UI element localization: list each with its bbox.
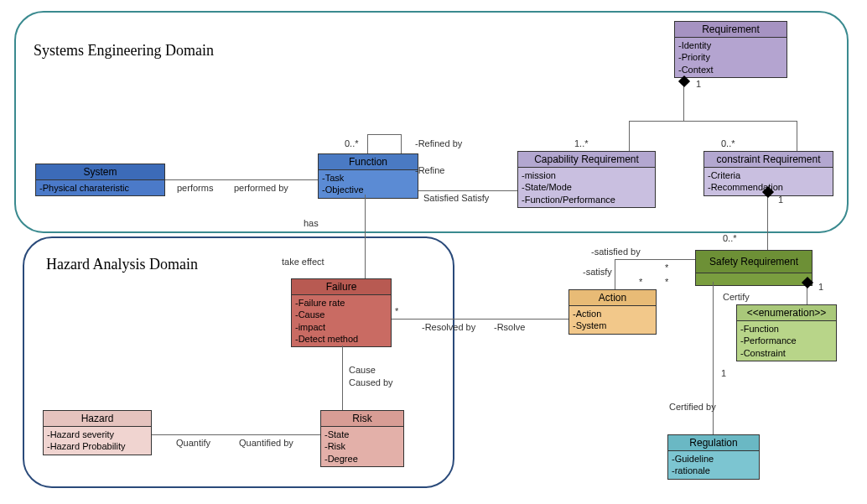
connector-line — [392, 319, 568, 320]
failure-class: Failure Failure rate Cause impact Detect… — [291, 278, 392, 347]
action-class: Action Action System — [568, 289, 657, 335]
certified-by-label: Certified by — [669, 402, 716, 412]
connector-line — [615, 259, 695, 260]
enumeration-header: <<enumeration>> — [737, 305, 836, 321]
risk-attr: Risk — [324, 440, 400, 452]
hazard-class: Hazard Hazard severity Hazard Probabilit… — [43, 410, 152, 455]
connector-line — [629, 121, 797, 122]
risk-attr: Degree — [324, 453, 400, 465]
function-header: Function — [319, 154, 418, 170]
mult-label: 0..* — [345, 138, 359, 148]
safety-requirement-class: Safety Requirement — [695, 250, 812, 286]
take-effect-label: take effect — [282, 257, 324, 267]
requirement-class: Requirement Identity Priority Context — [674, 21, 787, 78]
enumeration-attr: Function — [740, 323, 833, 335]
systems-engineering-domain-label: Systems Engineering Domain — [34, 42, 214, 60]
satisfied-satisfy-label: Satisfied Satisfy — [423, 193, 489, 203]
connector-line — [342, 346, 343, 410]
refine-label: -Refine — [415, 165, 444, 175]
mult-label: 1 — [721, 368, 726, 378]
connector-line — [367, 134, 401, 135]
hazard-header: Hazard — [44, 411, 151, 427]
connector-line — [365, 195, 366, 278]
risk-header: Risk — [321, 411, 403, 427]
resolved-by-label: -Resolved by — [422, 322, 475, 332]
requirement-attr: Identity — [678, 39, 783, 51]
hazard-analysis-domain-label: Hazard Analysis Domain — [46, 256, 198, 273]
performs-label: performs — [177, 183, 213, 193]
connector-line — [797, 121, 797, 151]
requirement-attr: Context — [678, 64, 783, 75]
mult-label: * — [665, 277, 668, 287]
capability-requirement-header: Capability Requirement — [518, 152, 655, 168]
connector-line — [767, 191, 768, 250]
mult-label: * — [665, 262, 668, 273]
connector-line — [401, 134, 402, 153]
quantified-by-label: Quantified by — [239, 438, 293, 448]
requirement-header: Requirement — [675, 22, 787, 38]
capability-requirement-attr: Function/Performance — [522, 194, 652, 205]
enumeration-attr: Performance — [740, 335, 833, 346]
capability-requirement-attr: mission — [522, 169, 652, 181]
action-attr: Action — [573, 308, 652, 320]
action-attr: System — [573, 320, 652, 331]
mult-label: 1 — [818, 282, 823, 292]
connector-line — [367, 134, 368, 153]
caused-by-label: Caused by — [349, 377, 393, 387]
hazard-attr: Hazard severity — [47, 429, 148, 440]
system-class: System Physical charateristic — [35, 164, 165, 196]
connector-line — [615, 259, 615, 289]
regulation-attr: rationale — [672, 465, 755, 476]
regulation-header: Regulation — [668, 435, 759, 451]
enumeration-class: <<enumeration>> Function Performance Con… — [736, 304, 837, 361]
mult-label: 1 — [696, 79, 701, 89]
connector-line — [629, 121, 630, 151]
connector-line — [165, 179, 318, 180]
mult-label: 0..* — [723, 233, 737, 243]
failure-attr: Detect method — [295, 333, 387, 345]
requirement-attr: Priority — [678, 51, 783, 63]
system-header: System — [36, 164, 164, 180]
mult-label: * — [639, 277, 642, 287]
certify-label: Certify — [723, 292, 750, 302]
satisfy-label: -satisfy — [583, 267, 612, 277]
has-label: has — [304, 218, 319, 228]
action-header: Action — [569, 290, 656, 306]
connector-line — [152, 434, 320, 435]
risk-class: Risk State Risk Degree — [320, 410, 404, 467]
connector-line — [418, 190, 517, 191]
capability-requirement-attr: State/Mode — [522, 181, 652, 193]
constraint-requirement-header: constraint Requirement — [704, 152, 833, 168]
failure-attr: Cause — [295, 309, 387, 320]
capability-requirement-class: Capability Requirement mission State/Mod… — [517, 151, 656, 208]
risk-attr: State — [324, 429, 400, 440]
hazard-attr: Hazard Probability — [47, 440, 148, 452]
mult-label: 1 — [778, 195, 783, 205]
failure-header: Failure — [292, 279, 391, 295]
mult-label: 1..* — [574, 138, 589, 148]
function-class: Function Task Objective — [318, 153, 418, 199]
enumeration-attr: Constraint — [740, 347, 833, 359]
refined-by-label: -Refined by — [415, 138, 462, 148]
satisfied-by-label: -satisfied by — [591, 247, 641, 257]
function-attr: Objective — [322, 184, 414, 195]
mult-label: * — [395, 306, 398, 316]
failure-attr: impact — [295, 321, 387, 333]
system-attr: Physical charateristic — [39, 182, 161, 194]
regulation-class: Regulation Guideline rationale — [667, 434, 760, 480]
constraint-requirement-attr: Criteria — [708, 169, 829, 181]
mult-label: 0..* — [721, 138, 735, 148]
safety-requirement-header: Safety Requirement — [696, 251, 812, 273]
failure-attr: Failure rate — [295, 297, 387, 309]
cause-label: Cause — [349, 365, 376, 375]
resolve-label: -Rsolve — [494, 322, 525, 332]
quantify-label: Quantify — [176, 438, 210, 448]
regulation-attr: Guideline — [672, 453, 755, 465]
function-attr: Task — [322, 172, 414, 184]
performed-by-label: performed by — [234, 183, 288, 193]
